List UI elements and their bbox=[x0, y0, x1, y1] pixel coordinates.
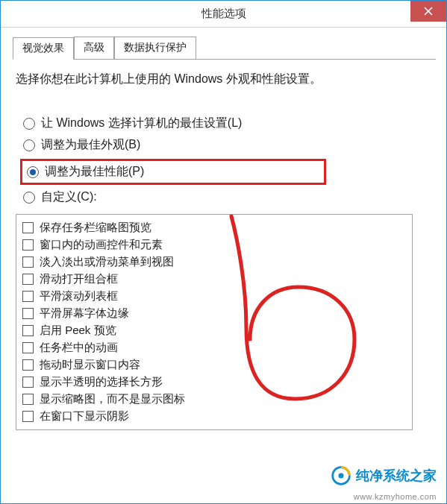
title-bar: 性能选项 bbox=[1, 1, 446, 28]
performance-radio-group: 让 Windows 选择计算机的最佳设置(L) 调整为最佳外观(B) 调整为最佳… bbox=[16, 116, 431, 205]
checkbox-icon bbox=[22, 308, 34, 319]
close-button[interactable] bbox=[410, 1, 446, 22]
check-label: 显示缩略图，而不是显示图标 bbox=[40, 392, 185, 406]
check-label: 平滑屏幕字体边缘 bbox=[40, 306, 129, 321]
check-item-transparent-selection[interactable]: 显示半透明的选择长方形 bbox=[19, 374, 409, 391]
checkbox-icon bbox=[22, 342, 34, 353]
checkbox-icon bbox=[22, 256, 34, 268]
client-area: 视觉效果 高级 数据执行保护 选择你想在此计算机上使用的 Windows 外观和… bbox=[1, 28, 446, 503]
checkbox-icon bbox=[22, 411, 34, 422]
check-label: 显示半透明的选择长方形 bbox=[40, 375, 163, 389]
highlight-annotation-box: 调整为最佳性能(P) bbox=[20, 159, 326, 185]
check-label: 在窗口下显示阴影 bbox=[40, 409, 129, 423]
tab-advanced[interactable]: 高级 bbox=[74, 37, 114, 59]
radio-label: 调整为最佳性能(P) bbox=[45, 164, 144, 180]
radio-icon bbox=[23, 118, 35, 130]
check-item-smooth-fonts[interactable]: 平滑屏幕字体边缘 bbox=[19, 305, 409, 322]
check-label: 平滑滚动列表框 bbox=[40, 289, 118, 303]
radio-icon bbox=[27, 166, 39, 178]
radio-best-performance[interactable]: 调整为最佳性能(P) bbox=[27, 164, 319, 180]
checkbox-icon bbox=[22, 377, 34, 388]
checkbox-icon bbox=[22, 274, 34, 285]
visual-effects-checklist: 保存任务栏缩略图预览 窗口内的动画控件和元素 淡入淡出或滑动菜单到视图 滑动打开… bbox=[16, 214, 413, 430]
check-item-show-thumbnails[interactable]: 显示缩略图，而不是显示图标 bbox=[19, 391, 409, 408]
close-icon bbox=[424, 7, 433, 16]
check-item-window-animations[interactable]: 窗口内的动画控件和元素 bbox=[19, 236, 409, 253]
panel-description: 选择你想在此计算机上使用的 Windows 外观和性能设置。 bbox=[16, 72, 431, 87]
radio-let-windows-choose[interactable]: 让 Windows 选择计算机的最佳设置(L) bbox=[23, 116, 431, 131]
tab-dep[interactable]: 数据执行保护 bbox=[114, 37, 196, 59]
checkbox-icon bbox=[22, 325, 34, 336]
radio-label: 自定义(C): bbox=[41, 189, 97, 205]
svg-point-3 bbox=[339, 473, 344, 479]
tab-strip: 视觉效果 高级 数据执行保护 bbox=[13, 37, 436, 60]
check-label: 任务栏中的动画 bbox=[40, 341, 118, 355]
checkbox-icon bbox=[22, 394, 34, 405]
check-item-thumbnail-preview[interactable]: 保存任务栏缩略图预览 bbox=[19, 219, 409, 236]
check-item-drag-window-content[interactable]: 拖动时显示窗口内容 bbox=[19, 356, 409, 374]
check-label: 启用 Peek 预览 bbox=[40, 324, 116, 338]
check-label: 窗口内的动画控件和元素 bbox=[40, 238, 163, 252]
tab-visual-effects[interactable]: 视觉效果 bbox=[13, 37, 74, 60]
checkbox-icon bbox=[22, 239, 34, 251]
radio-custom[interactable]: 自定义(C): bbox=[23, 189, 431, 205]
watermark-logo-icon bbox=[331, 465, 351, 486]
check-item-window-shadow[interactable]: 在窗口下显示阴影 bbox=[19, 408, 409, 425]
check-label: 保存任务栏缩略图预览 bbox=[40, 221, 151, 235]
check-label: 滑动打开组合框 bbox=[40, 272, 118, 286]
visual-effects-panel: 选择你想在此计算机上使用的 Windows 外观和性能设置。 让 Windows… bbox=[11, 60, 436, 430]
check-item-fade-menus[interactable]: 淡入淡出或滑动菜单到视图 bbox=[19, 253, 409, 271]
checkbox-icon bbox=[22, 291, 34, 302]
watermark-url: www.kzmyhome.com bbox=[354, 492, 437, 501]
radio-icon bbox=[23, 192, 35, 204]
watermark-brand: 纯净系统之家 bbox=[331, 465, 437, 486]
window-title: 性能选项 bbox=[201, 7, 246, 21]
radio-best-appearance[interactable]: 调整为最佳外观(B) bbox=[23, 137, 431, 153]
check-label: 淡入淡出或滑动菜单到视图 bbox=[40, 255, 174, 269]
check-item-taskbar-animation[interactable]: 任务栏中的动画 bbox=[19, 339, 409, 356]
watermark-text: 纯净系统之家 bbox=[356, 467, 437, 485]
check-item-smooth-listbox[interactable]: 平滑滚动列表框 bbox=[19, 288, 409, 305]
check-item-slide-combobox[interactable]: 滑动打开组合框 bbox=[19, 271, 409, 288]
check-item-peek-preview[interactable]: 启用 Peek 预览 bbox=[19, 322, 409, 339]
radio-label: 调整为最佳外观(B) bbox=[41, 137, 140, 153]
check-label: 拖动时显示窗口内容 bbox=[40, 358, 140, 372]
checkbox-icon bbox=[22, 359, 34, 371]
radio-label: 让 Windows 选择计算机的最佳设置(L) bbox=[41, 116, 242, 131]
checkbox-icon bbox=[22, 222, 34, 233]
performance-options-window: 性能选项 视觉效果 高级 数据执行保护 选择你想在此计算机上使用的 Window… bbox=[0, 0, 447, 504]
radio-icon bbox=[23, 139, 35, 151]
